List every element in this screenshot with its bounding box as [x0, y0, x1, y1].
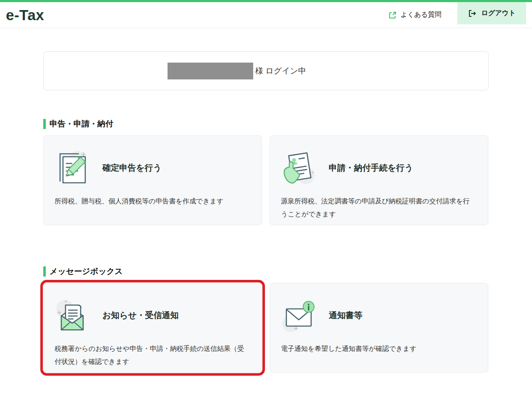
- card-title: 通知書等: [329, 310, 362, 321]
- section-filing: 申告・申請・納付: [43, 119, 489, 225]
- card-head: 通知書等: [279, 296, 476, 335]
- card-head: 申請・納付手続を行う: [279, 148, 476, 187]
- hand-document-icon: [279, 148, 318, 187]
- open-envelope-icon: [53, 296, 92, 335]
- logout-button[interactable]: ログアウト: [457, 2, 526, 24]
- cards-row: お知らせ・受信通知 税務署からのお知らせや申告・申請・納税手続の送信結果（受付状…: [43, 283, 489, 373]
- card-title: 申請・納付手続を行う: [329, 162, 413, 174]
- section-title: メッセージボックス: [43, 266, 489, 277]
- login-status-card: 様 ログイン中: [43, 51, 489, 90]
- section-label: 申告・申請・納付: [50, 119, 113, 129]
- logout-label: ログアウト: [481, 9, 516, 18]
- cards-row: 確定申告を行う 所得税、贈与税、個人消費税等の申告書を作成できます: [43, 135, 489, 225]
- section-accent-bar: [43, 266, 46, 277]
- section-label: メッセージボックス: [50, 266, 123, 277]
- section-accent-bar: [43, 119, 46, 129]
- card-notifications-reception[interactable]: お知らせ・受信通知 税務署からのお知らせや申告・申請・納税手続の送信結果（受付状…: [43, 283, 262, 373]
- external-link-icon: [388, 11, 397, 19]
- main-content: 様 ログイン中 申告・申請・納付: [43, 51, 489, 373]
- login-status-text: 様 ログイン中: [255, 66, 306, 76]
- logout-icon: [468, 9, 477, 18]
- section-title: 申告・申請・納付: [43, 119, 489, 129]
- card-head: 確定申告を行う: [53, 148, 250, 187]
- app-header: e-Tax よくある質問 ログアウト: [0, 2, 532, 28]
- card-head: お知らせ・受信通知: [53, 296, 250, 335]
- card-description: 所得税、贈与税、個人消費税等の申告書を作成できます: [55, 195, 250, 208]
- card-description: 電子通知を希望した通知書等が確認できます: [281, 342, 476, 355]
- document-pencil-icon: [53, 148, 92, 187]
- etax-logo: e-Tax: [6, 8, 44, 22]
- card-title: 確定申告を行う: [102, 162, 162, 174]
- header-actions: よくある質問 ログアウト: [388, 2, 532, 28]
- card-title: お知らせ・受信通知: [102, 310, 178, 321]
- card-final-tax-return[interactable]: 確定申告を行う 所得税、贈与税、個人消費税等の申告書を作成できます: [43, 135, 262, 225]
- card-application-payment[interactable]: 申請・納付手続を行う 源泉所得税、法定調書等の申請及び納税証明書の交付請求を行う…: [270, 135, 488, 225]
- redacted-username-block: [168, 63, 253, 79]
- faq-link[interactable]: よくある質問: [388, 11, 442, 19]
- card-notice-documents[interactable]: 通知書等 電子通知を希望した通知書等が確認できます: [270, 283, 488, 373]
- card-description: 税務署からのお知らせや申告・申請・納税手続の送信結果（受付状況）を確認できます: [55, 342, 250, 368]
- card-description: 源泉所得税、法定調書等の申請及び納税証明書の交付請求を行うことができます: [281, 195, 476, 221]
- faq-label: よくある質問: [401, 11, 442, 19]
- envelope-info-icon: [279, 296, 318, 335]
- section-message-box: メッセージボックス: [43, 266, 489, 373]
